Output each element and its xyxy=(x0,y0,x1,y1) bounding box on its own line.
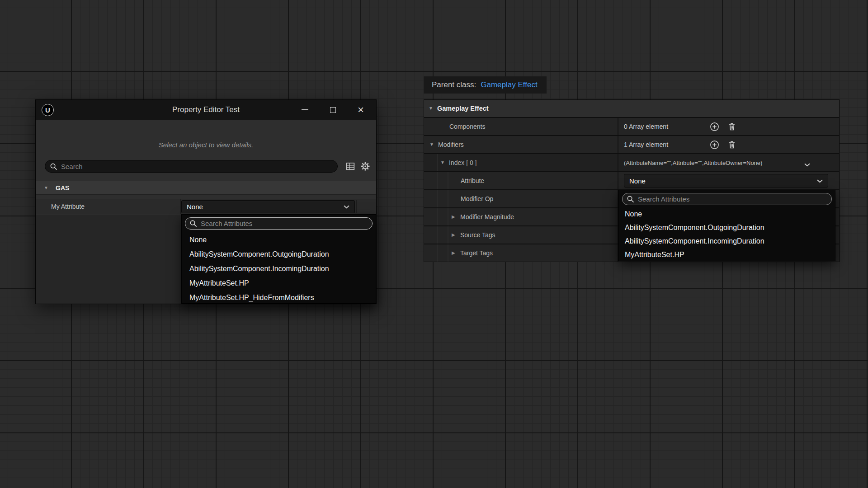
my-attribute-dropdown-value: None xyxy=(187,203,203,211)
parent-class-link[interactable]: Gameplay Effect xyxy=(481,80,537,89)
components-add-element-button[interactable] xyxy=(709,121,720,132)
chevron-down-icon xyxy=(817,177,823,185)
property-matrix-button[interactable] xyxy=(344,160,356,172)
trash-icon xyxy=(727,140,736,149)
attribute-options-list: None AbilitySystemComponent.OutgoingDura… xyxy=(182,233,376,305)
attribute-search-input[interactable] xyxy=(638,195,827,203)
source-tags-label: Source Tags xyxy=(460,231,495,239)
attributes-search-input[interactable] xyxy=(201,220,368,227)
plus-circle-icon xyxy=(710,140,719,150)
attribute-option[interactable]: MyAttributeSet.HP xyxy=(619,248,835,262)
close-button[interactable]: × xyxy=(352,100,370,120)
modifiers-add-element-button[interactable] xyxy=(709,139,720,150)
components-clear-array-button[interactable] xyxy=(726,121,737,132)
modifiers-name-cell[interactable]: ▼ Modifiers xyxy=(424,136,618,153)
search-icon xyxy=(627,195,634,203)
attribute-name-cell: Attribute xyxy=(424,172,618,189)
trash-icon xyxy=(727,122,736,131)
attribute-option[interactable]: AbilitySystemComponent.OutgoingDuration xyxy=(619,221,835,235)
parent-class-bar: Parent class: Gameplay Effect xyxy=(424,76,547,94)
search-icon xyxy=(189,220,197,227)
window-controls: × xyxy=(286,100,370,120)
caret-down-icon: ▼ xyxy=(44,186,52,190)
window-body: Select an object to view details. ▼ GAS … xyxy=(36,120,376,304)
attribute-dropdown-menu: None AbilitySystemComponent.OutgoingDura… xyxy=(618,190,835,261)
attribute-option[interactable]: None xyxy=(182,233,376,247)
chevron-down-icon[interactable] xyxy=(804,160,810,169)
components-label: Components xyxy=(449,123,485,130)
search-icon xyxy=(50,163,57,170)
minimize-icon xyxy=(302,109,308,110)
index-0-value-cell: (AttributeName="",Attribute="",Attribute… xyxy=(618,154,839,171)
maximize-button[interactable] xyxy=(324,100,342,120)
index-0-label: Index [ 0 ] xyxy=(449,159,476,166)
window-titlebar[interactable]: U Property Editor Test × xyxy=(36,100,376,120)
plus-circle-icon xyxy=(710,122,719,131)
target-tags-label: Target Tags xyxy=(460,249,493,257)
attribute-options-list: None AbilitySystemComponent.OutgoingDura… xyxy=(619,207,835,262)
components-count: 0 Array element xyxy=(624,123,709,130)
components-name-cell: Components xyxy=(424,118,618,135)
index-0-name-cell[interactable]: ▼ Index [ 0 ] xyxy=(424,154,618,171)
modifiers-label: Modifiers xyxy=(438,141,464,148)
property-editor-test-window: U Property Editor Test × Select an objec… xyxy=(35,99,377,304)
modifiers-index-0-row: ▼ Index [ 0 ] (AttributeName="",Attribut… xyxy=(424,154,839,171)
components-row: Components 0 Array element xyxy=(424,118,839,135)
attribute-option[interactable]: MyAttributeSet.HP_HideFromModifiers xyxy=(182,291,376,305)
caret-right-icon: ▶ xyxy=(452,251,460,255)
attribute-option[interactable]: AbilitySystemComponent.IncomingDuration xyxy=(182,262,376,276)
modifiers-value-cell: 1 Array element xyxy=(618,136,839,153)
attribute-option[interactable]: None xyxy=(619,207,835,221)
attribute-search-box xyxy=(622,193,832,205)
attribute-option[interactable]: MyAttributeSet.HP xyxy=(182,276,376,291)
gear-icon xyxy=(360,161,370,171)
my-attribute-row: My Attribute None xyxy=(36,199,376,214)
attribute-row: Attribute None xyxy=(424,172,839,189)
unreal-logo-icon: U xyxy=(42,104,54,116)
my-attribute-label: My Attribute xyxy=(36,199,181,214)
components-value-cell: 0 Array element xyxy=(618,118,839,135)
my-attribute-dropdown-menu: None AbilitySystemComponent.OutgoingDura… xyxy=(181,214,376,304)
maximize-icon xyxy=(330,107,336,113)
chevron-down-icon xyxy=(344,202,349,211)
modifier-magnitude-label: Modifier Magnitude xyxy=(460,213,514,221)
modifier-magnitude-name-cell[interactable]: ▶ Modifier Magnitude xyxy=(424,208,618,225)
modifiers-count: 1 Array element xyxy=(624,141,709,148)
my-attribute-value-cell: None xyxy=(181,199,376,214)
attribute-dropdown-value: None xyxy=(629,177,646,185)
attributes-search-box xyxy=(185,217,373,230)
target-tags-name-cell[interactable]: ▶ Target Tags xyxy=(424,244,618,262)
close-icon: × xyxy=(358,104,364,115)
caret-down-icon: ▼ xyxy=(429,106,437,111)
attribute-option[interactable]: AbilitySystemComponent.OutgoingDuration xyxy=(182,247,376,262)
attribute-option[interactable]: AbilitySystemComponent.IncomingDuration xyxy=(619,235,835,248)
attribute-value-cell: None xyxy=(618,172,839,189)
caret-right-icon: ▶ xyxy=(452,215,460,219)
caret-down-icon: ▼ xyxy=(429,142,438,147)
modifier-op-name-cell: Modifier Op xyxy=(424,190,618,207)
parent-class-label: Parent class: xyxy=(432,80,476,89)
attribute-label: Attribute xyxy=(461,177,484,184)
details-hint-text: Select an object to view details. xyxy=(36,141,376,149)
search-box xyxy=(45,160,338,173)
category-header-gas[interactable]: ▼ GAS xyxy=(36,181,376,195)
caret-down-icon: ▼ xyxy=(440,160,449,165)
row-divider xyxy=(356,200,376,213)
minimize-button[interactable] xyxy=(296,100,314,120)
modifiers-clear-array-button[interactable] xyxy=(726,139,737,150)
graph-editor-background: { "icons": { "expanded": "▼", "collapsed… xyxy=(0,0,868,488)
table-grid-icon xyxy=(346,162,355,171)
search-input[interactable] xyxy=(61,163,333,170)
caret-right-icon: ▶ xyxy=(452,233,460,237)
modifier-op-label: Modifier Op xyxy=(461,195,493,202)
my-attribute-dropdown[interactable]: None xyxy=(181,200,355,213)
modifiers-row: ▼ Modifiers 1 Array element xyxy=(424,136,839,153)
source-tags-name-cell[interactable]: ▶ Source Tags xyxy=(424,226,618,244)
category-header-gameplay-effect[interactable]: ▼ Gameplay Effect xyxy=(424,100,839,117)
index-0-struct-preview: (AttributeName="",Attribute="",Attribute… xyxy=(624,160,762,166)
gas-category-label: GAS xyxy=(56,184,69,192)
attribute-dropdown[interactable]: None xyxy=(624,174,828,188)
category-label: Gameplay Effect xyxy=(437,105,489,112)
view-settings-button[interactable] xyxy=(359,160,371,172)
